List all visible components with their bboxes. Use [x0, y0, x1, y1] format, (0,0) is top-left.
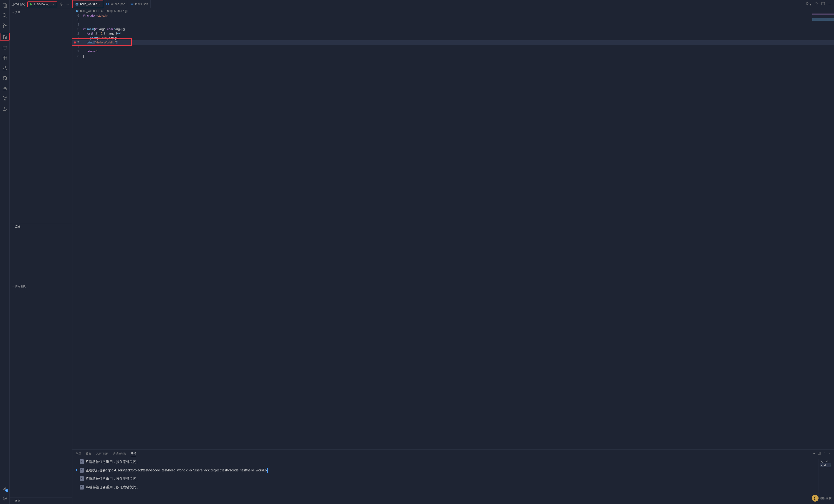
- tab-terminal[interactable]: 终端: [131, 450, 136, 457]
- code-line[interactable]: 2 return 0;: [72, 49, 834, 54]
- svg-point-5: [3, 26, 4, 27]
- chevron-icon: ⌄: [12, 225, 14, 228]
- svg-point-18: [61, 4, 62, 5]
- terminal-content[interactable]: *终端将被任务重用，按任意键关闭。*正在执行任务: gcc /Users/jac…: [72, 457, 834, 504]
- maximize-icon[interactable]: ⌃: [824, 452, 826, 456]
- terminal-line: *终端将被任务重用，按任意键关闭。: [76, 459, 818, 464]
- code-line[interactable]: 2 for (int i = 0; i < argc; i++): [72, 31, 834, 36]
- function-icon: ⊕: [101, 9, 103, 13]
- code-text: printf("%s\n", argv[i]);: [83, 36, 119, 41]
- docker-icon[interactable]: [2, 85, 8, 91]
- activity-bar: 1: [0, 0, 10, 504]
- accounts-icon[interactable]: 1: [2, 486, 8, 491]
- split-terminal-icon[interactable]: [818, 452, 821, 456]
- terminal-text: 终端将被任务重用，按任意键关闭。: [86, 476, 818, 481]
- search-icon[interactable]: [2, 13, 8, 18]
- editor-area: C hello_world.c × launch.json tasks.json: [72, 0, 834, 504]
- tab-name: hello_world.c: [80, 2, 97, 6]
- code-line[interactable]: 3}: [72, 54, 834, 59]
- more-icon[interactable]: ⋯: [828, 2, 831, 6]
- chevron-down-icon: [52, 3, 55, 6]
- code-editor[interactable]: 6#include <stdio.h>543int main(int argc,…: [72, 14, 834, 450]
- explorer-icon[interactable]: [2, 2, 8, 8]
- terminal-badge: *: [80, 459, 84, 464]
- code-line[interactable]: 4: [72, 22, 834, 27]
- svg-text:C: C: [76, 3, 78, 5]
- section-header-watch[interactable]: ⌄ 监视: [10, 223, 72, 230]
- svg-text:C: C: [77, 10, 78, 12]
- terminal-item-task[interactable]: >_ d… ✓: [820, 463, 831, 467]
- c-file-icon: C: [76, 9, 79, 12]
- check-icon: ✓: [829, 464, 832, 467]
- close-panel-icon[interactable]: ×: [829, 452, 831, 456]
- watermark-icon: ⟨⟩: [812, 495, 818, 502]
- tab-launch-json[interactable]: launch.json: [103, 0, 128, 8]
- tab-tasks-json[interactable]: tasks.json: [128, 0, 151, 8]
- more-icon[interactable]: ⋯: [66, 3, 69, 6]
- close-icon[interactable]: ×: [98, 2, 101, 6]
- run-icon[interactable]: ▾: [806, 2, 811, 6]
- svg-point-8: [5, 38, 6, 39]
- terminal-line: *终端将被任务重用，按任意键关闭。: [76, 485, 818, 490]
- line-number: 7: [72, 40, 83, 45]
- code-line[interactable]: 6#include <stdio.h>: [72, 14, 834, 18]
- remote-icon[interactable]: [2, 45, 8, 51]
- svg-rect-13: [3, 58, 4, 60]
- remote-explorer-icon[interactable]: [2, 95, 8, 102]
- run-debug-icon[interactable]: [0, 33, 10, 41]
- tab-problems[interactable]: 问题: [76, 451, 81, 457]
- code-text: #include <stdio.h>: [83, 14, 109, 18]
- debug-config-selector[interactable]: LLDB Debug: [27, 1, 57, 7]
- new-terminal-icon[interactable]: +: [813, 452, 815, 456]
- code-line[interactable]: 5: [72, 18, 834, 23]
- terminal-name: d…: [824, 464, 829, 467]
- code-text: printf("Hello World!\n");: [83, 40, 118, 45]
- code-line[interactable]: 3int main(int argc, char *argv[]){: [72, 27, 834, 31]
- svg-rect-11: [3, 56, 4, 58]
- svg-point-2: [3, 14, 6, 17]
- svg-marker-17: [30, 3, 32, 5]
- tab-jupyter[interactable]: JUPYTER: [96, 451, 108, 457]
- line-number: 3: [72, 54, 83, 59]
- code-line[interactable]: 1: [72, 45, 834, 49]
- minimap[interactable]: [812, 14, 834, 28]
- tab-hello-world[interactable]: C hello_world.c ×: [72, 0, 103, 8]
- settings-gear-icon[interactable]: [2, 496, 8, 502]
- terminal-badge: *: [80, 485, 84, 489]
- tab-output[interactable]: 输出: [86, 451, 91, 457]
- code-line[interactable]: 7 printf("Hello World!\n");: [72, 40, 834, 45]
- github-icon[interactable]: [2, 75, 8, 81]
- terminal-marker: [76, 469, 78, 471]
- watermark: ⟨⟩ 创新互联: [812, 495, 832, 502]
- terminal-line: *正在执行任务: gcc /Users/jack/project/test/vs…: [76, 468, 818, 473]
- terminal-text: 终端将被任务重用，按任意键关闭。: [86, 485, 818, 490]
- code-line[interactable]: 1 printf("%s\n", argv[i]);: [72, 36, 834, 41]
- split-icon[interactable]: [821, 2, 825, 6]
- panel-tabs: 问题 输出 JUPYTER 调试控制台 终端 + ⌃ ×: [72, 450, 834, 457]
- back-icon[interactable]: [2, 106, 8, 111]
- breadcrumb-file: hello_world.c: [80, 9, 97, 13]
- source-control-icon[interactable]: [2, 23, 8, 28]
- debug-sidebar: 运行和调试 LLDB Debug ⋯ ⌄ 变量 ⌄: [10, 0, 72, 504]
- breadcrumb[interactable]: C hello_world.c › ⊕ main(int, char * []): [72, 8, 834, 14]
- gear-icon[interactable]: [60, 2, 64, 6]
- terminal-item-zsh[interactable]: >_ zsh: [820, 459, 831, 463]
- line-number: 1: [72, 45, 83, 49]
- breakpoint-icon[interactable]: [74, 42, 76, 44]
- section-header-variables[interactable]: ⌄ 变量: [10, 9, 72, 16]
- line-number: 1: [72, 36, 83, 41]
- line-number: 6: [72, 14, 83, 18]
- extensions-icon[interactable]: [2, 55, 8, 61]
- gear-icon[interactable]: [815, 2, 818, 6]
- code-text: for (int i = 0; i < argc; i++): [83, 31, 122, 36]
- breadcrumb-symbol: main(int, char * []): [105, 9, 128, 13]
- tab-debug-console[interactable]: 调试控制台: [113, 451, 126, 457]
- terminal-cursor: [267, 468, 268, 473]
- section-header-callstack[interactable]: ⌄ 调用堆栈: [10, 283, 72, 290]
- watch-section: ⌄ 监视: [10, 223, 72, 230]
- testing-icon[interactable]: [2, 65, 8, 71]
- section-header-breakpoints[interactable]: ⌄ 断点: [10, 498, 72, 504]
- code-text: }: [83, 54, 84, 59]
- terminal-text: 终端将被任务重用，按任意键关闭。: [86, 459, 818, 464]
- svg-point-16: [4, 498, 5, 499]
